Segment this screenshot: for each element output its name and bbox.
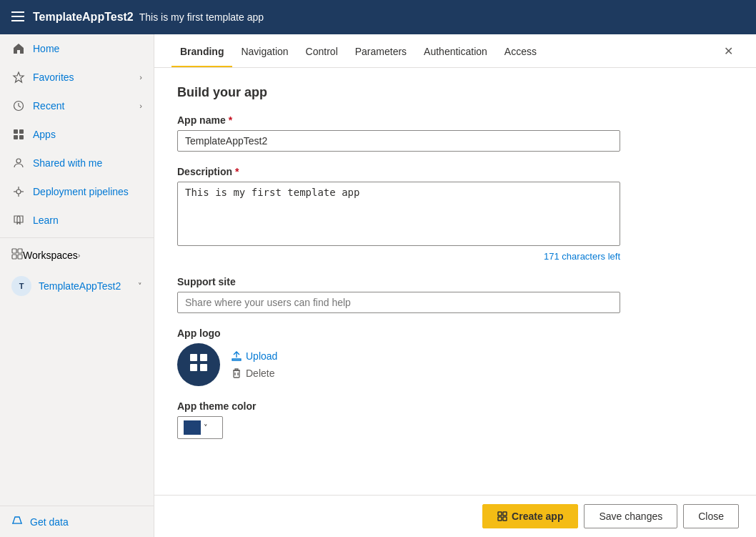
- sidebar-item-learn[interactable]: Learn: [0, 206, 154, 235]
- create-app-button[interactable]: Create app: [482, 504, 578, 528]
- svg-point-10: [16, 189, 21, 194]
- sidebar-item-get-data[interactable]: Get data: [0, 506, 154, 537]
- delete-logo-button[interactable]: Delete: [232, 368, 277, 379]
- sidebar-home-label: Home: [33, 43, 142, 54]
- color-swatch: [184, 420, 201, 435]
- svg-rect-1: [11, 16, 24, 17]
- sidebar-workspaces-label: Workspaces: [23, 250, 78, 261]
- description-textarea[interactable]: This is my first template app: [177, 182, 620, 246]
- branding-panel: Build your app App name * Description * …: [154, 68, 756, 495]
- home-icon: [11, 41, 26, 56]
- description-required: *: [235, 166, 239, 177]
- tab-parameters[interactable]: Parameters: [347, 34, 415, 67]
- close-button[interactable]: Close: [683, 504, 739, 528]
- app-name-required: *: [229, 114, 232, 126]
- svg-rect-7: [14, 135, 18, 139]
- get-data-icon: [11, 515, 23, 528]
- svg-rect-27: [498, 512, 502, 516]
- svg-rect-30: [503, 517, 507, 521]
- sidebar-item-recent[interactable]: Recent ›: [0, 92, 154, 120]
- color-chevron-icon: ˅: [204, 423, 208, 433]
- svg-rect-15: [12, 249, 16, 253]
- svg-rect-23: [200, 364, 207, 371]
- upload-logo-button[interactable]: Upload: [232, 350, 277, 362]
- svg-rect-18: [18, 255, 22, 259]
- svg-rect-22: [190, 364, 197, 371]
- svg-point-9: [16, 159, 21, 163]
- char-count: 171 characters left: [177, 251, 620, 262]
- svg-marker-3: [14, 72, 24, 82]
- sidebar-item-workspaces[interactable]: Workspaces ›: [0, 241, 154, 269]
- svg-rect-24: [234, 370, 239, 378]
- sidebar-item-apps[interactable]: Apps: [0, 120, 154, 149]
- book-icon: [11, 213, 26, 227]
- sidebar: Home Favorites › Recent ›: [0, 34, 154, 537]
- sidebar-favorites-label: Favorites: [33, 72, 139, 83]
- logo-section: Upload Delete: [177, 343, 733, 386]
- tab-navigation[interactable]: Navigation: [232, 34, 297, 67]
- clock-icon: [11, 99, 26, 113]
- save-changes-button[interactable]: Save changes: [584, 504, 677, 528]
- workspaces-chevron-icon: ›: [78, 251, 81, 260]
- sidebar-item-home[interactable]: Home: [0, 34, 154, 63]
- svg-rect-2: [11, 20, 24, 21]
- description-field-group: Description * This is my first template …: [177, 166, 733, 262]
- sidebar-learn-label: Learn: [33, 215, 142, 226]
- hamburger-menu-icon[interactable]: [11, 10, 24, 25]
- sidebar-apps-label: Apps: [33, 129, 142, 140]
- app-header: TemplateAppTest2 This is my first templa…: [0, 0, 756, 34]
- theme-color-group: App theme color ˅: [177, 400, 733, 439]
- tab-branding[interactable]: Branding: [171, 34, 232, 67]
- close-icon[interactable]: ✕: [718, 39, 739, 64]
- app-logo-label: App logo: [177, 327, 733, 339]
- tabs-bar: Branding Navigation Control Parameters A…: [154, 34, 756, 68]
- header-app-desc: This is my first template app: [139, 11, 264, 23]
- svg-rect-8: [19, 135, 24, 139]
- logo-actions: Upload Delete: [232, 350, 277, 379]
- workspaces-icon: [11, 248, 23, 262]
- app-logo-preview: [177, 343, 220, 386]
- app-logo-icon: [189, 353, 209, 378]
- sidebar-item-deployment[interactable]: Deployment pipelines: [0, 177, 154, 206]
- svg-rect-5: [14, 129, 18, 134]
- footer: Create app Save changes Close: [154, 495, 756, 537]
- support-site-input[interactable]: [177, 292, 620, 313]
- app-name-label: App name *: [177, 114, 733, 126]
- sidebar-shared-label: Shared with me: [33, 157, 142, 169]
- description-label: Description *: [177, 166, 733, 177]
- app-name-field-group: App name *: [177, 114, 733, 152]
- content-area: Branding Navigation Control Parameters A…: [154, 34, 756, 537]
- tab-access[interactable]: Access: [496, 34, 545, 67]
- support-site-label: Support site: [177, 276, 733, 287]
- header-app-name: TemplateAppTest2: [33, 11, 134, 24]
- support-site-field-group: Support site: [177, 276, 733, 313]
- svg-rect-6: [19, 129, 24, 134]
- deployment-icon: [11, 184, 26, 199]
- tab-control[interactable]: Control: [297, 34, 347, 67]
- shared-icon: [11, 156, 26, 170]
- svg-rect-28: [503, 512, 507, 516]
- recent-chevron-icon: ›: [139, 102, 142, 110]
- sidebar-item-favorites[interactable]: Favorites ›: [0, 63, 154, 92]
- svg-rect-0: [11, 11, 24, 13]
- section-title: Build your app: [177, 85, 733, 100]
- favorites-chevron-icon: ›: [139, 73, 142, 82]
- svg-rect-21: [200, 354, 207, 361]
- svg-rect-16: [18, 249, 22, 253]
- sidebar-item-template-app[interactable]: T TemplateAppTest2 ˅: [0, 269, 154, 303]
- apps-icon: [11, 127, 26, 142]
- sidebar-deployment-label: Deployment pipelines: [33, 186, 142, 197]
- svg-rect-20: [190, 354, 197, 361]
- sidebar-recent-label: Recent: [33, 100, 139, 112]
- theme-color-picker[interactable]: ˅: [177, 416, 223, 439]
- app-logo-field-group: App logo: [177, 327, 733, 386]
- svg-rect-17: [12, 255, 16, 259]
- tab-authentication[interactable]: Authentication: [415, 34, 496, 67]
- svg-rect-29: [498, 517, 502, 521]
- workspace-chevron-icon: ˅: [138, 282, 142, 291]
- app-name-input[interactable]: [177, 130, 620, 152]
- sidebar-item-shared[interactable]: Shared with me: [0, 149, 154, 177]
- workspace-avatar: T: [11, 276, 31, 296]
- get-data-label: Get data: [30, 516, 69, 528]
- star-icon: [11, 70, 26, 84]
